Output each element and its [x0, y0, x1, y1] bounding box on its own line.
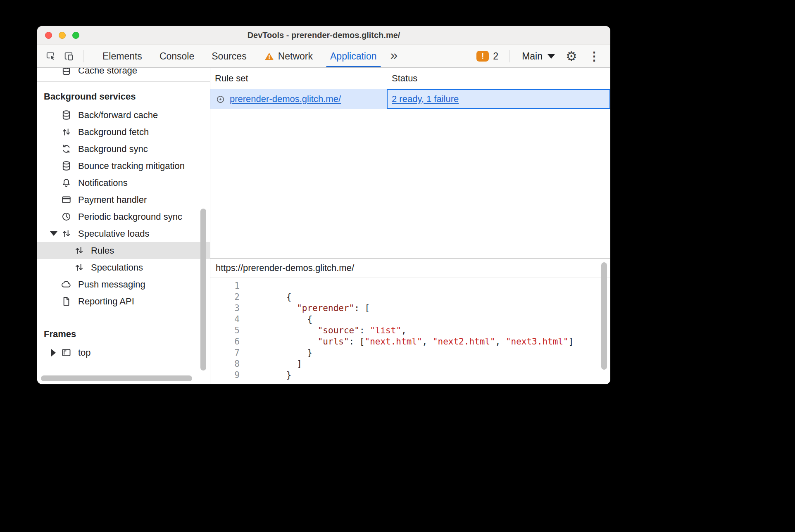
warning-icon: [264, 51, 274, 62]
triangle-collapsed-icon[interactable]: [51, 349, 56, 356]
status-link[interactable]: 2 ready, 1 failure: [392, 94, 459, 104]
line-number: 9: [210, 370, 240, 381]
cloud-icon: [61, 279, 72, 290]
sidebar-item-label: Rules: [91, 245, 114, 256]
code-line: 7 }: [210, 347, 610, 359]
sidebar-item-periodic-background-sync[interactable]: Periodic background sync: [37, 208, 210, 225]
tab-label: Application: [330, 51, 377, 62]
code-line: 1: [210, 280, 610, 292]
sync-icon: [61, 143, 72, 154]
tab-application[interactable]: Application: [321, 45, 386, 67]
chevron-down-icon: [547, 54, 555, 59]
toolbar-right-group: ! 2 Main ⚙ ⋮: [476, 45, 610, 67]
frame-icon: [61, 347, 72, 358]
line-number: 7: [210, 347, 240, 359]
sidebar-item-label: Back/forward cache: [78, 110, 158, 121]
database-icon: [61, 109, 72, 121]
tab-label: Sources: [212, 51, 246, 62]
code-text: "urls": ["next.html", "next2.html", "nex…: [255, 336, 574, 347]
ruleset-icon: [215, 94, 226, 104]
sidebar-item-label: Speculations: [91, 262, 143, 273]
execution-context-selector[interactable]: Main: [520, 51, 557, 62]
titlebar: DevTools - prerender-demos.glitch.me/: [37, 26, 610, 45]
panel-tab-strip: ElementsConsoleSourcesNetworkApplication: [94, 45, 386, 67]
updown-icon: [74, 262, 85, 273]
more-panels-button[interactable]: »: [386, 45, 403, 67]
code-line: 2 {: [210, 292, 610, 303]
tab-sources[interactable]: Sources: [203, 45, 255, 67]
close-window-button[interactable]: [45, 32, 52, 39]
settings-button[interactable]: ⚙: [564, 48, 579, 64]
code-text: {: [255, 314, 312, 325]
tab-network[interactable]: Network: [255, 45, 321, 67]
sidebar-item-notifications[interactable]: Notifications: [37, 174, 210, 191]
line-number: 3: [210, 303, 240, 314]
tab-elements[interactable]: Elements: [94, 45, 151, 67]
column-header-status: Status: [387, 73, 417, 84]
sidebar-item-cache-storage[interactable]: Cache storage: [37, 68, 210, 79]
code-text: }: [255, 347, 312, 359]
sidebar-item-label: Reporting API: [78, 296, 134, 307]
sidebar-item-payment-handler[interactable]: Payment handler: [37, 191, 210, 208]
application-sidebar: Cache storageBackground servicesBack/for…: [37, 68, 210, 384]
bell-icon: [61, 177, 72, 188]
sidebar-item-rules[interactable]: Rules: [37, 242, 210, 259]
issues-counter-button[interactable]: ! 2: [476, 51, 498, 62]
context-label: Main: [522, 51, 543, 62]
main-panel: Rule set Status prerender-demos.glitch.m…: [210, 68, 610, 384]
tab-console[interactable]: Console: [151, 45, 203, 67]
line-number: 5: [210, 325, 240, 336]
code-line: 5 "source": "list",: [210, 325, 610, 336]
table-row[interactable]: prerender-demos.glitch.me/2 ready, 1 fai…: [210, 89, 610, 109]
sidebar-horizontal-scrollbar[interactable]: [41, 375, 192, 381]
sidebar-item-label: Payment handler: [78, 195, 147, 205]
sidebar-item-label: Notifications: [78, 178, 128, 188]
rule-set-source-panel: https://prerender-demos.glitch.me/ 12 {3…: [210, 259, 610, 384]
code-text: "prerender": [: [255, 303, 370, 314]
sidebar-section-header: Frames: [37, 322, 210, 344]
toolbar-left-group: [37, 45, 87, 67]
sidebar-item-speculative-loads[interactable]: Speculative loads: [37, 225, 210, 242]
inspect-element-button[interactable]: [43, 48, 59, 64]
status-cell[interactable]: 2 ready, 1 failure: [387, 89, 610, 109]
device-toolbar-button[interactable]: [61, 48, 77, 64]
rule-set-cell[interactable]: prerender-demos.glitch.me/: [210, 89, 387, 109]
minimize-window-button[interactable]: [59, 32, 66, 39]
triangle-expanded-icon[interactable]: [50, 231, 57, 236]
sidebar-item-background-sync[interactable]: Background sync: [37, 140, 210, 157]
updown-icon: [61, 126, 72, 138]
issue-warning-icon: !: [476, 51, 489, 62]
updown-icon: [74, 245, 85, 256]
gear-icon: ⚙: [566, 50, 577, 63]
sidebar-item-back-forward-cache[interactable]: Back/forward cache: [37, 107, 210, 124]
code-editor[interactable]: 12 {3 "prerender": [4 {5 "source": "list…: [210, 278, 610, 384]
issues-count: 2: [493, 51, 498, 62]
customize-menu-button[interactable]: ⋮: [586, 48, 602, 64]
source-vertical-scrollbar[interactable]: [601, 262, 607, 370]
chevron-double-right-icon: »: [390, 48, 398, 63]
sidebar-item-bounce-tracking-mitigation[interactable]: Bounce tracking mitigation: [37, 157, 210, 174]
sidebar-vertical-scrollbar[interactable]: [200, 209, 206, 370]
sidebar-item-label: top: [78, 347, 91, 358]
sidebar-item-label: Bounce tracking mitigation: [78, 161, 185, 171]
device-toolbar-icon: [64, 51, 74, 62]
sidebar-item-push-messaging[interactable]: Push messaging: [37, 276, 210, 293]
zoom-window-button[interactable]: [72, 32, 79, 39]
sidebar-item-speculations[interactable]: Speculations: [37, 259, 210, 276]
sidebar-item-reporting-api[interactable]: Reporting API: [37, 293, 210, 310]
line-number: 6: [210, 336, 240, 347]
line-number: 4: [210, 314, 240, 325]
sidebar-item-background-fetch[interactable]: Background fetch: [37, 124, 210, 140]
sidebar-item-top[interactable]: top: [37, 344, 210, 361]
sidebar-tree: Cache storageBackground servicesBack/for…: [37, 68, 210, 361]
tab-label: Console: [159, 51, 194, 62]
code-text: "source": "list",: [255, 325, 407, 336]
ruleset-rows: prerender-demos.glitch.me/2 ready, 1 fai…: [210, 89, 610, 109]
code-lines: 12 {3 "prerender": [4 {5 "source": "list…: [210, 280, 610, 381]
devtools-window: DevTools - prerender-demos.glitch.me/ El…: [37, 26, 610, 384]
code-text: ]: [255, 359, 302, 370]
code-text: }: [255, 370, 292, 381]
sidebar-section-header: Background services: [37, 84, 210, 107]
rule-set-link[interactable]: prerender-demos.glitch.me/: [230, 94, 341, 104]
code-line: 9 }: [210, 370, 610, 381]
